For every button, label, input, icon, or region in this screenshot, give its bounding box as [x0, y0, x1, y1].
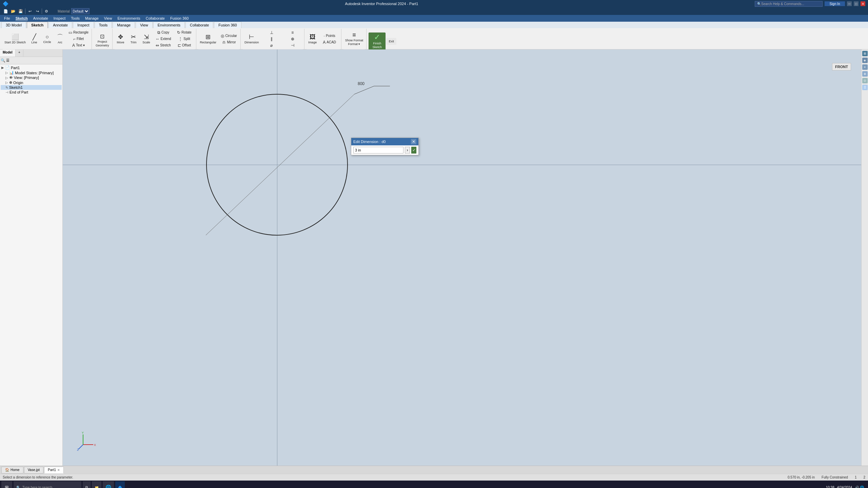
tab-view[interactable]: View [136, 22, 153, 28]
menu-sketch[interactable]: Sketch [13, 16, 31, 21]
menu-tools[interactable]: Tools [68, 16, 82, 21]
right-panel-icon-6[interactable]: ☰ [862, 85, 868, 90]
edge-button[interactable]: 🌐 [103, 481, 114, 488]
sketch-circle [206, 94, 348, 235]
constraint-tangent-button[interactable]: ⌀ [261, 42, 282, 48]
menu-manage[interactable]: Manage [82, 16, 101, 21]
file-explorer-button[interactable]: 📁 [92, 481, 101, 488]
minimize-button[interactable]: ─ [847, 1, 852, 6]
model-tab-add[interactable]: + [16, 49, 23, 57]
text-button[interactable]: A Text ▾ [67, 42, 90, 48]
tree-item-sketch1[interactable]: ✎ Sketch1 [1, 85, 62, 90]
save-button[interactable]: 💾 [18, 8, 24, 14]
constraint-sym-button[interactable]: ⊣ [282, 42, 303, 48]
project-geometry-button[interactable]: ⊡ ProjectGeometry [94, 32, 111, 49]
tab-close-button[interactable]: ✕ [57, 468, 60, 472]
constraint-equal-button[interactable]: ≡ [282, 29, 303, 36]
model-menu-button[interactable]: ☰ [6, 58, 9, 63]
show-format-icon: ≡ [352, 32, 356, 38]
menu-inspect[interactable]: Inspect [51, 16, 68, 21]
menu-environments[interactable]: Environments [115, 16, 143, 21]
circle-button[interactable]: ○ Circle [41, 30, 53, 48]
extend-button[interactable]: ↔ Extend [153, 36, 174, 42]
tab-inspect[interactable]: Inspect [73, 22, 94, 28]
right-panel-icon-4[interactable]: ⊕ [862, 71, 868, 77]
copy-button[interactable]: ⧉ Copy [153, 29, 174, 36]
edit-dim-next-button[interactable]: › [405, 147, 410, 154]
task-view-button[interactable]: ⧉ [83, 481, 91, 488]
stretch-button[interactable]: ⇔ Stretch [153, 42, 174, 48]
redo-button[interactable]: ↪ [34, 8, 40, 14]
undo-button[interactable]: ↩ [27, 8, 33, 14]
status-bar: Select a dimension to reference the para… [0, 474, 868, 481]
model-tab-model[interactable]: Model [0, 49, 16, 57]
trim-button[interactable]: ✂ Trim [127, 30, 140, 48]
inventor-button[interactable]: 🔷 [115, 481, 125, 488]
points-button[interactable]: · Points [319, 33, 340, 39]
tab-fusion360[interactable]: Fusion 360 [214, 22, 241, 28]
material-select[interactable]: Default [71, 8, 90, 14]
dimension-leader [354, 86, 374, 94]
tab-collaborate[interactable]: Collaborate [185, 22, 213, 28]
menu-view[interactable]: View [101, 16, 115, 21]
right-panel-icon-2[interactable]: ◈ [862, 58, 868, 63]
open-button[interactable]: 📂 [10, 8, 16, 14]
maximize-button[interactable]: □ [854, 1, 859, 6]
menu-collaborate[interactable]: Collaborate [143, 16, 167, 21]
finish-sketch-button[interactable]: ✓ FinishSketch [369, 33, 386, 50]
exit-button[interactable]: Exit [386, 38, 396, 45]
image-button[interactable]: 🖼 Image [307, 30, 319, 48]
acad-button[interactable]: A ACAD [319, 39, 340, 45]
edit-dim-ok-button[interactable]: ✓ [411, 147, 416, 154]
circular-pattern-button[interactable]: ◎ Circular [219, 33, 239, 39]
fillet-button[interactable]: ⌐ Fillet [67, 36, 90, 42]
show-format-button[interactable]: ≡ Show FormatFormat ▾ [343, 30, 365, 48]
right-panel-icon-5[interactable]: ⊙ [862, 78, 868, 83]
edit-dim-close-button[interactable]: ✕ [411, 139, 416, 144]
move-button[interactable]: ✥ Move [115, 30, 127, 48]
tab-sketch[interactable]: Sketch [27, 22, 48, 28]
tree-item-end-of-part[interactable]: ⊣ End of Part [1, 90, 62, 95]
arc-button[interactable]: ⌒ Arc [54, 30, 66, 48]
right-panel-icon-3[interactable]: ≡ [862, 64, 868, 70]
tree-item-model-states[interactable]: ▷ 📊 Model States: [Primary] [1, 70, 62, 75]
tab-tools[interactable]: Tools [95, 22, 112, 28]
rectangle-button[interactable]: ▭ Rectangle [67, 29, 90, 36]
tab-vase[interactable]: Vase.jpt [24, 467, 43, 473]
tab-manage[interactable]: Manage [113, 22, 135, 28]
offset-button[interactable]: ⊏ Offset [174, 42, 195, 48]
rectangular-pattern-button[interactable]: ⊞ Rectangular [198, 30, 218, 48]
tab-environments[interactable]: Environments [153, 22, 185, 28]
canvas-area[interactable]: 800 FRONT X Y Z Edit Dimension : d0 ✕ [63, 49, 861, 466]
menu-annotate[interactable]: Annotate [31, 16, 51, 21]
close-button[interactable]: ✕ [861, 1, 865, 6]
new-button[interactable]: 📄 [3, 8, 9, 14]
search-help-box[interactable]: 🔍 Search Help & Commands... [755, 1, 823, 7]
tab-annotate[interactable]: Annotate [48, 22, 72, 28]
menu-file[interactable]: File [1, 16, 13, 21]
split-button[interactable]: ⋮ Split [174, 36, 195, 42]
start-2d-sketch-button[interactable]: ⬜ Start 2D Sketch [3, 30, 27, 48]
line-button[interactable]: ╱ Line [28, 30, 40, 48]
right-panel-icon-1[interactable]: ⊞ [862, 51, 868, 56]
sign-in-button[interactable]: Sign In [825, 1, 845, 6]
scale-button[interactable]: ⇲ Scale [140, 30, 153, 48]
tab-3d-model[interactable]: 3D Model [1, 22, 26, 28]
tree-item-part1[interactable]: ▶ 📄 Part1 [1, 65, 62, 70]
properties-button[interactable]: ⚙ [43, 8, 50, 14]
tab-home[interactable]: 🏠 Home [1, 467, 23, 473]
tab-part1[interactable]: Part1 ✕ [44, 467, 64, 473]
constraint-perpendicular-button[interactable]: ⊥ [261, 29, 282, 36]
model-search-button[interactable]: 🔍 [1, 58, 5, 63]
constraint-parallel-button[interactable]: ∥ [261, 36, 282, 42]
rotate-button[interactable]: ↻ Rotate [174, 29, 195, 36]
mirror-button[interactable]: ⫙ Mirror [219, 39, 239, 45]
dimension-button[interactable]: ⊢ Dimension [243, 30, 261, 48]
tree-item-origin[interactable]: ▷ ⊕ Origin [1, 80, 62, 85]
edit-dimension-input[interactable] [353, 147, 403, 154]
windows-start-button[interactable]: ⊞ [1, 481, 12, 488]
taskbar-search-button[interactable]: 🔍 Type here to search [14, 481, 81, 488]
tree-item-view[interactable]: ▷ 👁 View: [Primary] [1, 75, 62, 80]
constraint-fix-button[interactable]: ⊕ [282, 36, 303, 42]
menu-fusion360[interactable]: Fusion 360 [167, 16, 191, 21]
